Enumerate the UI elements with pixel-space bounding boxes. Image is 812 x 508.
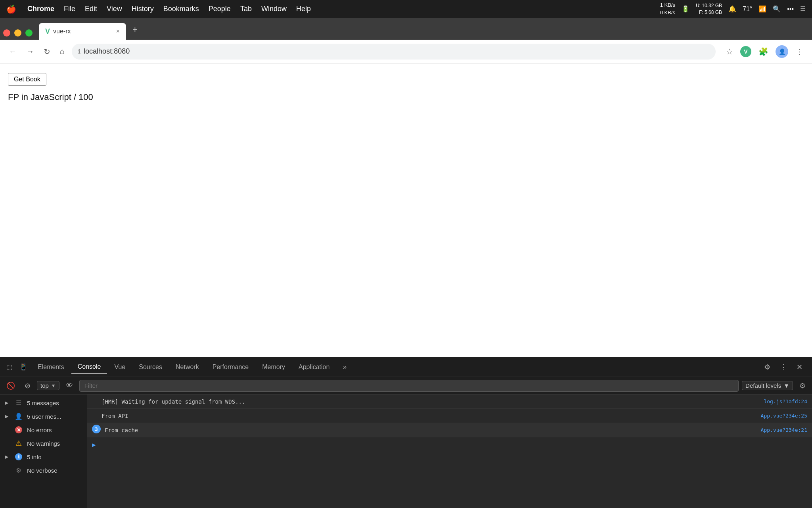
context-selector[interactable]: top ▼ <box>37 381 59 390</box>
traffic-lights <box>3 29 33 37</box>
menu-extra-icon: ☰ <box>800 5 806 13</box>
tab-console[interactable]: Console <box>71 360 107 374</box>
tab-performance[interactable]: Performance <box>206 360 255 374</box>
sidebar-user-messages[interactable]: ▶ 👤 5 user mes... <box>0 410 87 423</box>
console-message: [HMR] Waiting for update signal from WDS… <box>102 398 760 405</box>
apple-icon[interactable]: 🍎 <box>6 4 16 14</box>
devtools-settings-button[interactable]: ⚙ <box>761 361 774 373</box>
menu-file[interactable]: File <box>64 5 75 13</box>
messages-icon: ☰ <box>14 398 23 407</box>
back-button[interactable]: ← <box>6 44 19 58</box>
devtools-tab-bar: ⬚ 📱 Elements Console Vue Sources Network… <box>0 357 812 377</box>
console-input-row[interactable]: ▶ <box>87 437 812 452</box>
new-tab-button[interactable]: + <box>129 23 141 37</box>
browser-tab[interactable]: V vue-rx × <box>39 23 126 40</box>
menu-chrome[interactable]: Chrome <box>27 5 54 13</box>
get-book-button[interactable]: Get Book <box>8 73 46 86</box>
tab-elements[interactable]: Elements <box>31 360 71 374</box>
tab-sources[interactable]: Sources <box>132 360 169 374</box>
info-label: 5 info <box>27 454 42 460</box>
tab-memory[interactable]: Memory <box>256 360 291 374</box>
menu-window[interactable]: Window <box>261 5 287 13</box>
vue-tab-icon: V <box>45 27 50 36</box>
expand-user-messages-icon: ▶ <box>5 414 10 419</box>
user-messages-label: 5 user mes... <box>27 413 61 420</box>
menu-view[interactable]: View <box>107 5 122 13</box>
vue-extension-icon[interactable]: V <box>740 46 751 57</box>
repeat-count-badge: 3 <box>92 425 101 433</box>
console-prompt-icon: ▶ <box>92 441 96 448</box>
devtools-panel: ⬚ 📱 Elements Console Vue Sources Network… <box>0 357 812 508</box>
tab-application[interactable]: Application <box>292 360 336 374</box>
live-expression-button[interactable]: 👁 <box>63 380 76 391</box>
verbose-label: No verbose <box>27 467 57 474</box>
forward-button[interactable]: → <box>24 44 36 58</box>
context-chevron-icon: ▼ <box>51 383 56 389</box>
menu-people[interactable]: People <box>209 5 231 13</box>
console-message: From cache <box>105 427 757 433</box>
console-message: From API <box>102 413 757 419</box>
menu-bookmarks[interactable]: Bookmarks <box>163 5 199 13</box>
tab-title: vue-rx <box>53 28 71 35</box>
log-levels-selector[interactable]: Default levels ▼ <box>742 381 793 390</box>
console-filter-input[interactable] <box>79 380 739 392</box>
sidebar-errors[interactable]: ▶ ✕ No errors <box>0 423 87 437</box>
errors-label: No errors <box>27 427 52 433</box>
sidebar-warnings[interactable]: ▶ ⚠ No warnings <box>0 437 87 450</box>
levels-label: Default levels <box>745 382 781 389</box>
console-row: 3 From cache App.vue?234e:21 <box>87 423 812 437</box>
close-window-button[interactable] <box>3 29 10 37</box>
home-button[interactable]: ⌂ <box>57 44 67 58</box>
chrome-menu-button[interactable]: ⋮ <box>793 44 806 59</box>
temperature: 71° <box>743 6 752 13</box>
devtools-actions: ⚙ ⋮ ✕ <box>761 361 809 373</box>
device-toggle-button[interactable]: 📱 <box>16 362 31 372</box>
address-right-actions: ☆ V 🧩 👤 ⋮ <box>724 44 806 59</box>
extensions-button[interactable]: 🧩 <box>756 44 771 59</box>
console-output: [HMR] Waiting for update signal from WDS… <box>87 394 812 508</box>
errors-icon: ✕ <box>14 425 23 434</box>
tab-network[interactable]: Network <box>169 360 205 374</box>
menu-history[interactable]: History <box>132 5 154 13</box>
notification-icon: 🔔 <box>728 5 736 13</box>
devtools-body: ▶ ☰ 5 messages ▶ 👤 5 user mes... ▶ ✕ No … <box>0 394 812 508</box>
maximize-window-button[interactable] <box>25 29 33 37</box>
tab-more[interactable]: » <box>337 360 353 374</box>
tab-close-button[interactable]: × <box>116 28 120 35</box>
lock-icon: ℹ <box>78 48 80 55</box>
devtools-toolbar: 🚫 ⊘ top ▼ 👁 Default levels ▼ ⚙ <box>0 377 812 394</box>
sidebar-verbose[interactable]: ▶ ⚙ No verbose <box>0 464 87 477</box>
sidebar-info[interactable]: ▶ ℹ 5 info <box>0 450 87 464</box>
menu-edit[interactable]: Edit <box>85 5 97 13</box>
address-bar: ← → ↻ ⌂ ℹ localhost:8080 ☆ V 🧩 👤 ⋮ <box>0 40 812 64</box>
warnings-icon: ⚠ <box>14 439 23 448</box>
console-settings-button[interactable]: ⚙ <box>796 380 809 392</box>
devtools-more-button[interactable]: ⋮ <box>777 361 790 373</box>
info-icon: ℹ <box>14 452 23 461</box>
address-input-wrap[interactable]: ℹ localhost:8080 <box>72 44 716 60</box>
network-stats: 1 KB/s 0 KB/s <box>660 2 675 16</box>
clear-log-button[interactable]: ⊘ <box>21 380 34 392</box>
url-display: localhost:8080 <box>84 47 709 56</box>
sidebar-messages[interactable]: ▶ ☰ 5 messages <box>0 396 87 410</box>
clear-console-button[interactable]: 🚫 <box>3 380 18 392</box>
minimize-window-button[interactable] <box>14 29 21 37</box>
finder-icon: 🔍 <box>773 5 781 13</box>
status-area: 1 KB/s 0 KB/s 🔋 U: 10.32 GB F: 5.68 GB 🔔… <box>660 2 806 16</box>
expand-messages-icon: ▶ <box>5 400 10 406</box>
console-source-link[interactable]: log.js?1afd:24 <box>764 398 807 404</box>
reload-button[interactable]: ↻ <box>41 44 53 59</box>
console-source-link[interactable]: App.vue?234e:25 <box>761 413 807 419</box>
console-source-link[interactable]: App.vue?234e:21 <box>761 427 807 433</box>
book-title-display: FP in JavaScript / 100 <box>8 92 804 102</box>
menu-tab[interactable]: Tab <box>240 5 252 13</box>
tab-vue[interactable]: Vue <box>108 360 132 374</box>
network-down: 0 KB/s <box>660 9 675 16</box>
menu-help[interactable]: Help <box>296 5 311 13</box>
bookmark-button[interactable]: ☆ <box>724 44 735 59</box>
devtools-close-button[interactable]: ✕ <box>793 361 806 373</box>
profile-avatar[interactable]: 👤 <box>776 45 788 58</box>
inspect-element-button[interactable]: ⬚ <box>3 362 15 372</box>
network-up: 1 KB/s <box>660 2 675 9</box>
user-messages-icon: 👤 <box>14 412 23 421</box>
